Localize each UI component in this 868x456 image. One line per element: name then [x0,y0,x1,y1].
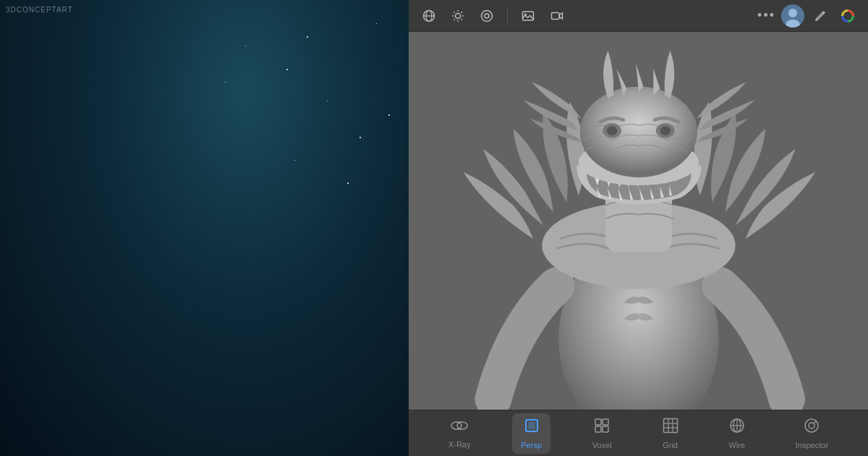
svg-point-45 [580,87,697,177]
voxel-icon [594,418,610,438]
tab-wire[interactable]: Wire [720,413,754,454]
tab-persp-label: Persp [521,441,542,449]
color-wheel-icon[interactable] [836,4,859,28]
svg-line-26 [454,19,454,20]
sun-icon[interactable] [446,4,469,28]
watermark-text: 3DCONCEPTART [6,6,73,14]
svg-point-51 [457,422,467,429]
tab-voxel[interactable]: Voxel [584,413,621,454]
svg-rect-55 [528,422,535,429]
svg-line-25 [461,12,461,12]
svg-rect-56 [595,419,601,425]
tab-grid-label: Grid [663,441,678,449]
top-toolbar: ••• [409,0,868,32]
svg-point-47 [607,126,618,135]
tab-persp[interactable]: Persp [512,413,550,454]
svg-rect-57 [603,419,608,425]
svg-point-70 [809,423,814,428]
svg-point-33 [788,9,797,17]
avatar-icon[interactable] [781,4,804,28]
separator [507,9,508,23]
persp-icon [524,418,540,438]
left-panel: 3DCONCEPTART [0,0,409,456]
svg-line-71 [814,421,817,423]
svg-rect-58 [595,426,601,432]
inspector-icon [804,418,820,438]
stars-decoration [0,0,409,456]
grid-icon [663,418,678,438]
video-icon[interactable] [545,4,569,28]
svg-line-24 [461,19,461,20]
svg-point-50 [451,422,461,429]
toolbar-right [781,4,859,28]
tab-inspector-label: Inspector [796,441,828,449]
svg-point-28 [485,14,489,18]
sculpt-model [409,32,868,410]
svg-rect-60 [663,418,677,432]
svg-point-30 [524,13,527,15]
image-icon[interactable] [516,4,540,28]
right-panel: ••• [409,0,868,456]
svg-rect-59 [603,426,608,432]
tab-grid[interactable]: Grid [654,413,687,454]
tab-xray[interactable]: X-Ray [440,414,480,453]
svg-line-23 [454,12,454,12]
tab-xray-label: X-Ray [448,440,471,449]
tab-voxel-label: Voxel [592,441,612,449]
svg-point-18 [456,13,461,18]
more-options-button[interactable]: ••• [757,8,775,23]
settings-icon[interactable] [475,4,498,28]
world-icon[interactable] [417,4,441,28]
pencil-icon[interactable] [809,4,832,28]
tab-wire-label: Wire [728,441,745,449]
svg-point-49 [660,126,671,135]
xray-icon [451,418,468,437]
wire-icon [729,418,745,438]
tab-inspector[interactable]: Inspector [787,413,837,454]
svg-rect-31 [552,12,560,19]
bottom-bar: X-Ray Persp Voxel [409,410,868,456]
3d-viewport[interactable] [409,32,868,410]
svg-point-27 [482,10,493,21]
